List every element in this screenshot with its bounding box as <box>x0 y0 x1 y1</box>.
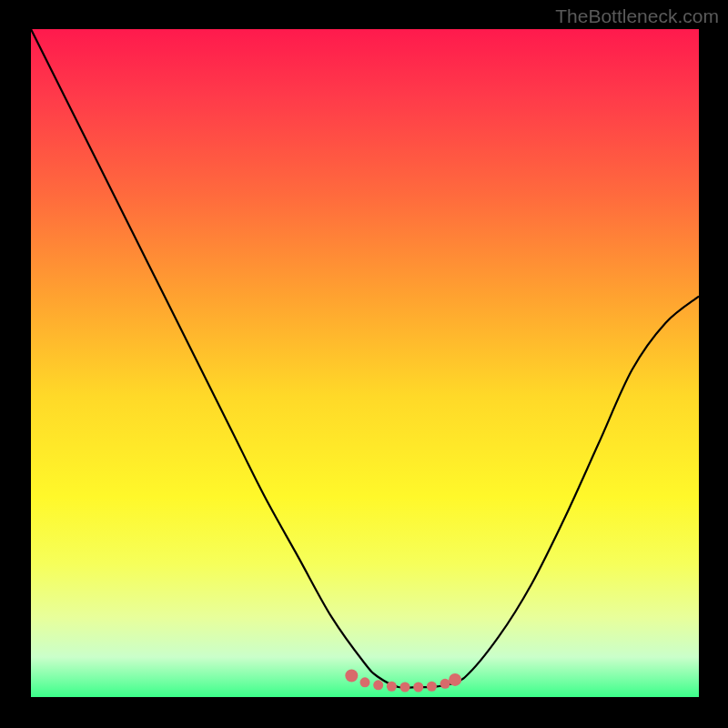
highlight-marker <box>427 682 437 692</box>
highlight-marker <box>360 677 370 687</box>
marker-group <box>345 670 461 693</box>
watermark-text: TheBottleneck.com <box>555 5 719 27</box>
bottleneck-curve <box>31 29 699 688</box>
chart-area <box>31 29 699 697</box>
highlight-marker <box>387 682 397 692</box>
highlight-marker <box>400 682 410 692</box>
highlight-marker <box>413 682 423 692</box>
highlight-marker <box>345 670 358 682</box>
chart-svg <box>31 29 699 697</box>
highlight-marker <box>373 680 383 690</box>
highlight-marker <box>440 679 450 689</box>
highlight-marker <box>449 673 461 686</box>
